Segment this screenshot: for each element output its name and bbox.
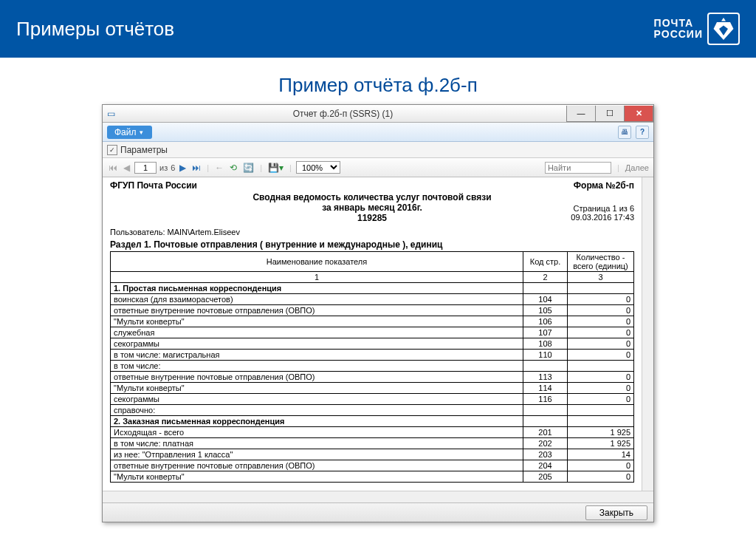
row-name: справочно: <box>111 405 523 416</box>
close-window-button[interactable]: ✕ <box>624 106 653 122</box>
statusbar: Закрыть <box>103 502 653 522</box>
table-header-row: Наименование показателя Код стр. Количес… <box>111 252 634 272</box>
report-period: за январь месяц 2016г. <box>110 202 634 213</box>
table-row: 1. Простая письменная корреспонденция <box>111 283 634 294</box>
row-code: 205 <box>523 471 568 483</box>
chevron-down-icon: ▾ <box>140 129 143 136</box>
table-row: 2. Заказная письменная корреспонденция <box>111 416 634 427</box>
row-code: 105 <box>523 305 568 316</box>
row-code: 114 <box>523 383 568 394</box>
row-code: 202 <box>523 438 568 449</box>
prev-page-button[interactable]: ◀ <box>122 163 131 173</box>
window-title: Отчет ф.2б-п (SSRS) (1) <box>119 109 567 119</box>
row-code: 203 <box>523 449 568 460</box>
zoom-select[interactable]: 100% <box>296 161 340 174</box>
row-qty: 1 925 <box>568 427 634 438</box>
row-name: "Мульти конверты" <box>111 383 523 394</box>
row-name: "Мульти конверты" <box>111 316 523 327</box>
first-page-button[interactable]: ⏮ <box>107 163 119 173</box>
find-next-link[interactable]: Далее <box>625 163 649 172</box>
row-name: в том числе: магистральная <box>111 350 523 361</box>
row-qty: 0 <box>568 350 634 361</box>
table-row: справочно: <box>111 405 634 416</box>
row-name: секограммы <box>111 394 523 405</box>
row-qty: 0 <box>568 327 634 338</box>
row-qty <box>568 416 634 427</box>
row-name: "Мульти конверты" <box>111 471 523 483</box>
row-code <box>523 405 568 416</box>
table-row: "Мульти конверты"2050 <box>111 471 634 483</box>
page-total: 6 <box>171 163 175 172</box>
minimize-button[interactable]: — <box>566 106 596 122</box>
report-viewport[interactable]: ФГУП Почта России Форма №2б-п Сводная ве… <box>103 177 653 491</box>
row-name: 1. Простая письменная корреспонденция <box>111 283 523 294</box>
refresh-button[interactable]: 🔄 <box>241 163 255 173</box>
table-row: ответные внутренние почтовые отправления… <box>111 305 634 316</box>
logo: ПОЧТА РОССИИ <box>654 13 740 45</box>
row-code: 104 <box>523 294 568 305</box>
row-name: воинская (для взаиморасчетов) <box>111 294 523 305</box>
row-code: 108 <box>523 338 568 350</box>
table-row: в том числе: <box>111 361 634 372</box>
col-name-header: Наименование показателя <box>111 252 523 272</box>
row-qty: 0 <box>568 316 634 327</box>
page-number-input[interactable] <box>134 162 157 174</box>
file-menu[interactable]: Файл ▾ <box>107 126 152 139</box>
slide-title: Примеры отчётов <box>16 18 174 41</box>
viewer-toolbar: ⏮ ◀ из 6 ▶ ⏭ | ← ⟲ 🔄 | 💾▾ | 100% | Далее <box>103 158 653 177</box>
row-qty <box>568 405 634 416</box>
row-name: в том числе: платная <box>111 438 523 449</box>
row-name: ответные внутренние почтовые отправления… <box>111 460 523 471</box>
section-1-title: Раздел 1. Почтовые отправления ( внутрен… <box>110 239 634 250</box>
next-page-button[interactable]: ▶ <box>178 163 188 173</box>
report-code: 119285 <box>110 213 634 223</box>
print-icon[interactable]: 🖶 <box>618 126 631 139</box>
report-title: Сводная ведомость количества услуг почто… <box>110 192 634 202</box>
maximize-button[interactable]: ☐ <box>595 106 625 122</box>
col-code-header: Код стр. <box>523 252 568 272</box>
window-controls: — ☐ ✕ <box>567 106 653 122</box>
last-page-button[interactable]: ⏭ <box>190 163 202 173</box>
slide-subtitle: Пример отчёта ф.2б-п <box>0 74 756 97</box>
row-code <box>523 361 568 372</box>
table-row: ответные внутренние почтовые отправления… <box>111 372 634 383</box>
row-qty: 0 <box>568 372 634 383</box>
eagle-icon <box>707 13 740 45</box>
form-number: Форма №2б-п <box>574 180 634 191</box>
table-row: в том числе: магистральная1100 <box>111 350 634 361</box>
row-qty: 1 925 <box>568 438 634 449</box>
table-numrow: 1 2 3 <box>111 272 634 283</box>
page-info: Страница 1 из 6 09.03.2016 17:43 <box>571 204 634 222</box>
vertical-scrollbar[interactable] <box>642 177 653 491</box>
row-name: служебная <box>111 327 523 338</box>
stop-button[interactable]: ⟲ <box>228 163 238 173</box>
table-row: воинская (для взаиморасчетов)1040 <box>111 294 634 305</box>
report-table: Наименование показателя Код стр. Количес… <box>110 251 634 483</box>
help-icon[interactable]: ? <box>636 126 649 139</box>
parameters-bar[interactable]: ✓ Параметры <box>103 142 653 158</box>
horizontal-scrollbar[interactable] <box>103 491 653 502</box>
row-code: 113 <box>523 372 568 383</box>
row-name: секограммы <box>111 338 523 350</box>
close-button[interactable]: Закрыть <box>585 505 647 520</box>
find-input[interactable] <box>545 162 611 174</box>
row-name: ответные внутренние почтовые отправления… <box>111 372 523 383</box>
table-row: "Мульти конверты"1140 <box>111 383 634 394</box>
user-label: Пользователь: MAIN\Artem.Eliseev <box>110 228 634 236</box>
row-qty: 14 <box>568 449 634 460</box>
back-button[interactable]: ← <box>213 163 225 173</box>
titlebar: ▭ Отчет ф.2б-п (SSRS) (1) — ☐ ✕ <box>103 105 653 123</box>
row-qty: 0 <box>568 460 634 471</box>
report-window: ▭ Отчет ф.2б-п (SSRS) (1) — ☐ ✕ Файл ▾ 🖶… <box>102 104 654 522</box>
export-button[interactable]: 💾▾ <box>267 163 285 173</box>
row-code: 110 <box>523 350 568 361</box>
table-row: из нее: "Отправления 1 класса"20314 <box>111 449 634 460</box>
params-icon: ✓ <box>107 145 117 155</box>
table-row: Исходящая - всего2011 925 <box>111 427 634 438</box>
row-name: из нее: "Отправления 1 класса" <box>111 449 523 460</box>
table-row: ответные внутренние почтовые отправления… <box>111 460 634 471</box>
row-name: ответные внутренние почтовые отправления… <box>111 305 523 316</box>
row-code: 106 <box>523 316 568 327</box>
table-row: "Мульти конверты"1060 <box>111 316 634 327</box>
row-qty: 0 <box>568 305 634 316</box>
